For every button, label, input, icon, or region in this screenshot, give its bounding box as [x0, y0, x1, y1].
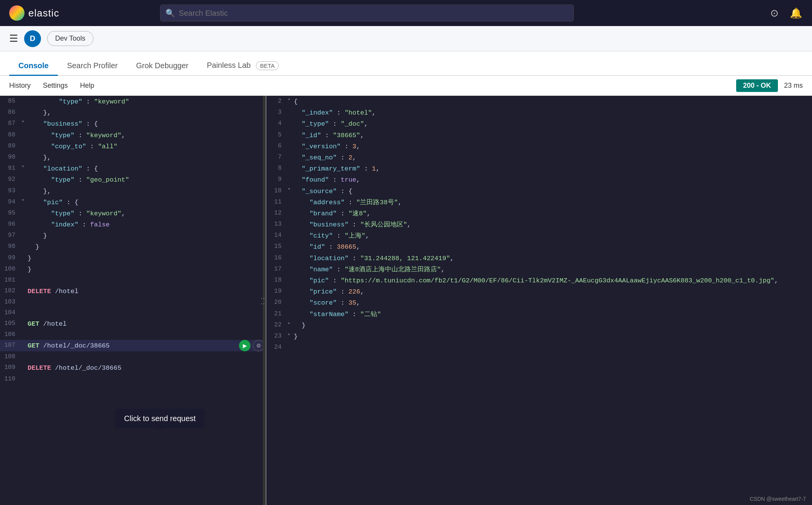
search-input[interactable] — [160, 5, 574, 21]
settings-button[interactable]: Settings — [43, 82, 68, 90]
code-line: 89 "copy_to" : "all" — [0, 141, 266, 152]
code-content: "location" : { — [28, 163, 264, 174]
notifications-icon[interactable]: ⊙ — [768, 6, 781, 20]
code-content — [28, 374, 264, 374]
panel-resize-handle[interactable]: ⋮⋮ — [263, 96, 266, 505]
editor-area: 85 "type" : "keyword"86 },87▾ "business"… — [0, 96, 812, 505]
second-bar: ☰ D Dev Tools — [0, 26, 812, 51]
code-line: 98 } — [0, 241, 266, 252]
run-button[interactable]: ▶ — [239, 340, 250, 351]
response-content: "business" : "长风公园地区", — [294, 219, 810, 230]
tabs-bar: Console Search Profiler Grok Debugger Pa… — [0, 51, 812, 76]
code-content: "copy_to" : "all" — [28, 141, 264, 152]
line-number: 13 — [268, 219, 288, 230]
code-content: } — [28, 252, 264, 264]
response-content: "price" : 226, — [294, 286, 810, 297]
right-panel: 2▾{3 "_index" : "hotel",4 "_type" : "_do… — [266, 96, 812, 505]
fold-arrow[interactable]: ▾ — [288, 185, 294, 193]
hamburger-menu[interactable]: ☰ — [9, 33, 18, 44]
response-content — [294, 342, 810, 343]
code-content — [28, 297, 264, 297]
response-line: 15 "id" : 38665, — [266, 241, 812, 252]
code-line: 107GET /hotel/_doc/38665▶⚙ — [0, 340, 266, 351]
fold-arrow[interactable]: ▸ — [288, 320, 294, 328]
line-number: 15 — [268, 241, 288, 252]
delete-method: DELETE — [28, 288, 55, 295]
response-content: "_primary_term" : 1, — [294, 163, 810, 174]
code-line: 100} — [0, 264, 266, 275]
line-number: 17 — [268, 264, 288, 274]
tooltip-wrap: Click to send request — [115, 409, 205, 428]
code-content — [28, 275, 264, 275]
response-content: "brand" : "速8", — [294, 208, 810, 219]
avatar[interactable]: D — [24, 30, 41, 47]
line-number: 93 — [2, 185, 21, 196]
response-time: 23 ms — [784, 82, 803, 90]
code-line: 104 — [0, 307, 266, 318]
response-line: 11 "address" : "兰田路38号", — [266, 197, 812, 208]
code-line: 94▾ "pic" : { — [0, 197, 266, 208]
dev-tools-button[interactable]: Dev Tools — [47, 31, 93, 46]
response-content: "city" : "上海", — [294, 230, 810, 241]
tab-grok-debugger[interactable]: Grok Debugger — [127, 57, 198, 76]
line-number: 96 — [2, 219, 21, 230]
fold-arrow[interactable]: ▾ — [21, 118, 28, 126]
line-number: 101 — [2, 275, 21, 285]
response-line: 24 — [266, 342, 812, 353]
left-panel: 85 "type" : "keyword"86 },87▾ "business"… — [0, 96, 266, 505]
line-number: 106 — [2, 329, 21, 340]
code-editor[interactable]: 85 "type" : "keyword"86 },87▾ "business"… — [0, 96, 266, 505]
tab-painless-lab[interactable]: Painless Lab BETA — [198, 56, 288, 76]
line-number: 86 — [2, 107, 21, 118]
line-number: 9 — [268, 174, 288, 185]
response-content: } — [294, 320, 810, 331]
history-button[interactable]: History — [9, 82, 31, 90]
code-content: GET /hotel/_doc/38665 — [28, 340, 236, 351]
fold-arrow[interactable]: ▾ — [21, 197, 28, 205]
code-line: 91▾ "location" : { — [0, 163, 266, 174]
code-line: 110 — [0, 374, 266, 384]
get-method: GET — [28, 342, 43, 349]
response-line: 2▾{ — [266, 96, 812, 107]
delete-method: DELETE — [28, 364, 55, 372]
response-line: 19 "price" : 226, — [266, 286, 812, 297]
line-number: 2 — [268, 96, 288, 107]
code-content: }, — [28, 152, 264, 163]
response-line: 14 "city" : "上海", — [266, 230, 812, 241]
response-content: "_id" : "38665", — [294, 130, 810, 141]
credit-text: CSDN @sweetheart7-7 — [750, 496, 806, 502]
line-number: 22 — [268, 320, 288, 330]
response-content: "score" : 35, — [294, 297, 810, 308]
fold-arrow[interactable]: ▾ — [288, 96, 294, 104]
code-line: 92 "type" : "geo_point" — [0, 174, 266, 185]
code-line: 97 } — [0, 230, 266, 241]
line-number: 16 — [268, 252, 288, 263]
help-button[interactable]: Help — [80, 82, 94, 90]
send-request-tooltip: Click to send request — [115, 409, 205, 428]
elastic-logo[interactable]: elastic — [9, 5, 59, 21]
user-menu-icon[interactable]: 🔔 — [789, 6, 803, 20]
code-content: } — [28, 264, 264, 275]
line-number: 18 — [268, 275, 288, 285]
elastic-logo-text: elastic — [28, 7, 59, 19]
line-number: 107 — [2, 340, 21, 351]
line-number: 24 — [268, 342, 288, 353]
elastic-logo-icon — [9, 5, 25, 21]
fold-arrow[interactable]: ▸ — [288, 331, 294, 339]
response-line: 8 "_primary_term" : 1, — [266, 163, 812, 174]
tab-search-profiler[interactable]: Search Profiler — [58, 57, 127, 76]
response-line: 12 "brand" : "速8", — [266, 208, 812, 219]
response-line: 10▾ "_source" : { — [266, 185, 812, 197]
response-editor[interactable]: 2▾{3 "_index" : "hotel",4 "_type" : "_do… — [266, 96, 812, 505]
tab-console[interactable]: Console — [9, 57, 58, 76]
search-bar: 🔍 — [160, 5, 574, 21]
fold-arrow[interactable]: ▾ — [21, 163, 28, 171]
line-number: 100 — [2, 264, 21, 274]
response-content: "id" : 38665, — [294, 241, 810, 252]
response-line: 3 "_index" : "hotel", — [266, 107, 812, 118]
search-icon: 🔍 — [165, 8, 175, 18]
code-content: DELETE /hotel — [28, 285, 264, 297]
code-content: "type" : "keyword", — [28, 208, 264, 219]
line-number: 5 — [268, 130, 288, 140]
code-line: 105GET /hotel — [0, 318, 266, 329]
